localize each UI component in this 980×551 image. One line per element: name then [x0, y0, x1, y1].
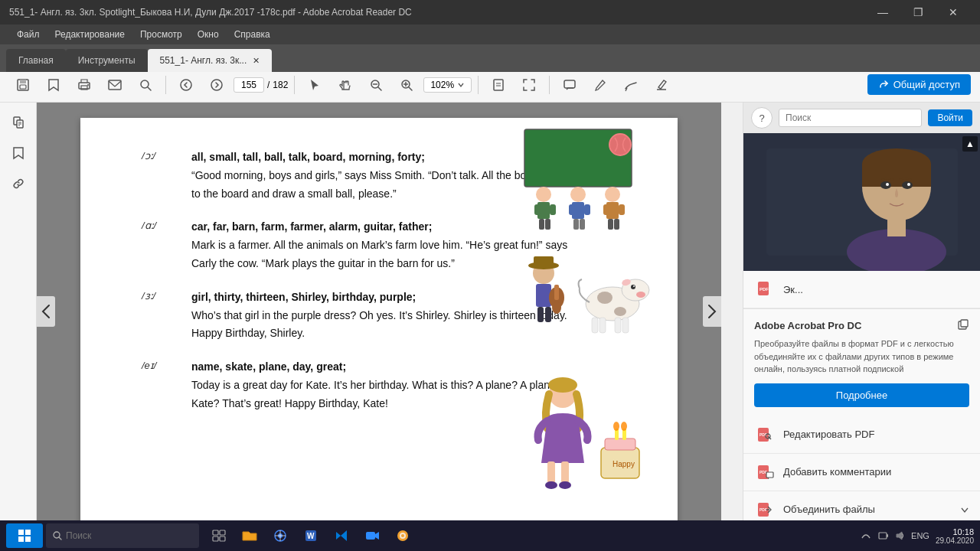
file-explorer-button[interactable] [236, 523, 263, 548]
next-page-icon [210, 78, 224, 92]
close-button[interactable]: ✕ [936, 0, 971, 24]
comment-button[interactable] [556, 71, 583, 99]
help-button[interactable]: ? [751, 107, 773, 129]
svg-rect-99 [213, 530, 218, 535]
tab-tools[interactable]: Инструменты [66, 49, 148, 72]
svg-rect-111 [879, 533, 887, 539]
page-fit-button[interactable] [485, 71, 512, 99]
word-button[interactable]: W [297, 523, 325, 548]
prev-page-button[interactable] [172, 71, 200, 99]
svg-text:Happy: Happy [612, 460, 635, 468]
menu-edit[interactable]: Редактирование [47, 24, 132, 44]
tab-document[interactable]: 551_1- Англ. яз. 3к... ✕ [148, 49, 273, 72]
cursor-icon [309, 78, 321, 92]
zoom-in-button[interactable] [393, 71, 420, 99]
sign-button[interactable] [648, 71, 675, 99]
task-view-button[interactable] [205, 523, 233, 548]
photos-icon [396, 529, 410, 543]
more-button[interactable]: Подробнее [754, 383, 969, 407]
page-input[interactable] [234, 77, 264, 93]
merge-files-icon: PDF [754, 499, 776, 520]
email-button[interactable] [101, 71, 129, 99]
hand-tool-button[interactable] [332, 71, 359, 99]
titlebar: 551_1- Англ. яз. 3кл. Spotlight_Быкова Н… [0, 0, 980, 24]
search-button[interactable] [132, 71, 159, 99]
svg-rect-60 [547, 461, 555, 484]
links-panel-button[interactable] [5, 170, 32, 197]
pdf-area: Happy /ɔː/ all, small, tall, ball, talk,… [37, 103, 721, 520]
svg-rect-112 [887, 534, 888, 537]
nav-next-arrow[interactable] [703, 296, 721, 327]
webcam-person [743, 133, 980, 271]
block3-words: girl, thirty, thirteen, Shirley, birthda… [191, 291, 416, 303]
tab-home[interactable]: Главная [6, 49, 66, 72]
start-button[interactable] [6, 523, 43, 548]
right-panel-search-input[interactable] [779, 109, 922, 127]
nav-prev-arrow[interactable] [37, 296, 55, 327]
taskbar-volume-icon [894, 530, 905, 541]
panel-action-merge-files[interactable]: PDF Объединить файлы [743, 491, 980, 521]
bookmark-icon [47, 78, 60, 92]
phonics-symbol-3: /ɜː/ [142, 290, 176, 343]
block2-words: car, far, barn, farm, farmer, alarm, gui… [191, 220, 432, 233]
acrobat-promo-section: Adobe Acrobat Pro DC Преобразуйте файлы … [743, 308, 980, 416]
taskbar-right: ENG 10:18 29.04.2020 [861, 527, 974, 545]
zoom-dropdown[interactable]: 102% [423, 77, 472, 93]
girl-illustration: Happy [501, 371, 655, 494]
panel-action-edit-pdf[interactable]: PDF Редактировать PDF [743, 416, 980, 454]
right-panel: ? Войти [743, 103, 980, 520]
next-page-button[interactable] [203, 71, 230, 99]
menu-window[interactable]: Окно [190, 24, 227, 44]
panel-action-add-comments[interactable]: PDF Добавить комментарии [743, 454, 980, 491]
panel-tool-item-1[interactable]: PDF Эк... [743, 271, 980, 308]
menu-file[interactable]: Файл [9, 24, 47, 44]
menu-help[interactable]: Справка [227, 24, 278, 44]
tab-close-icon[interactable]: ✕ [253, 56, 260, 66]
draw-button[interactable] [617, 71, 645, 99]
page-indicator: / 182 [234, 77, 288, 93]
taskbar-tray-icon2 [877, 530, 888, 541]
save-button[interactable] [9, 71, 37, 99]
share-label: Общий доступ [893, 79, 960, 90]
svg-point-62 [545, 481, 557, 489]
photos-button[interactable] [389, 523, 416, 548]
bookmarks-panel-button[interactable] [5, 139, 32, 167]
webcam-minimize-button[interactable]: ▲ [962, 136, 978, 152]
taskbar-search-input[interactable] [66, 530, 181, 541]
pdf-export-icon: PDF [756, 280, 774, 298]
task-view-icon [212, 530, 226, 542]
select-tool-button[interactable] [301, 71, 328, 99]
bookmark-button[interactable] [40, 71, 67, 99]
add-comments-icon: PDF [754, 461, 776, 483]
markup-button[interactable] [586, 71, 614, 99]
draw-icon [624, 78, 638, 92]
zoom-out-button[interactable] [362, 71, 390, 99]
acrobat-copy-button[interactable] [957, 318, 969, 333]
vscode-button[interactable] [328, 523, 355, 548]
taskbar-search-area[interactable] [46, 523, 199, 548]
svg-rect-36 [614, 219, 619, 230]
fullscreen-button[interactable] [515, 71, 543, 99]
pdf-page: Happy /ɔː/ all, small, tall, ball, talk,… [80, 118, 678, 520]
pages-icon [11, 116, 25, 129]
illus-girl-scene: Happy [501, 371, 655, 494]
minimize-button[interactable]: — [865, 0, 900, 24]
svg-point-8 [181, 80, 191, 90]
maximize-button[interactable]: ❐ [900, 0, 936, 24]
svg-rect-55 [599, 318, 606, 333]
svg-point-43 [552, 302, 561, 314]
help-icon: ? [759, 112, 764, 124]
menu-view[interactable]: Просмотр [132, 24, 190, 44]
pdf-scroll[interactable]: Happy /ɔː/ all, small, tall, ball, talk,… [37, 103, 721, 520]
print-button[interactable] [70, 71, 98, 99]
browser-button[interactable] [266, 523, 294, 548]
share-button[interactable]: Общий доступ [867, 74, 971, 95]
toolbar-sep1 [165, 76, 166, 94]
block1-words: all, small, tall, ball, talk, board, mor… [191, 151, 425, 163]
signin-button[interactable]: Войти [928, 109, 972, 126]
svg-rect-1 [20, 80, 26, 83]
titlebar-title: 551_1- Англ. яз. 3кл. Spotlight_Быкова Н… [9, 7, 865, 18]
block4-words: name, skate, plane, day, great; [191, 360, 346, 373]
pages-panel-button[interactable] [5, 109, 32, 136]
zoom-button[interactable] [358, 523, 386, 548]
